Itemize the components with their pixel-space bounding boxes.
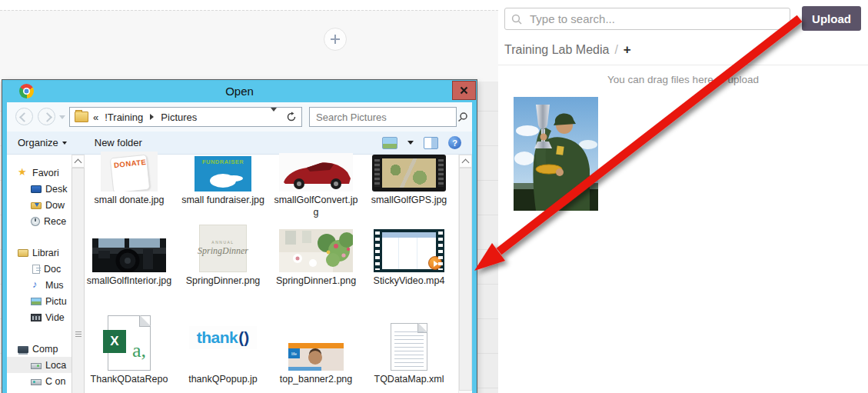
tree-label: Rece bbox=[44, 216, 66, 227]
donate-thumbnail: DONATE bbox=[101, 152, 158, 192]
file-grid-scrollbar[interactable] bbox=[458, 155, 472, 393]
file-name: small donate.jpg bbox=[86, 194, 172, 206]
fundraiser-thumbnail: FUNDRAISER bbox=[195, 156, 251, 192]
file-item-spring-dinner[interactable]: ANNUAL SpringDinner SpringDinner.png bbox=[180, 221, 266, 287]
organize-label: Organize bbox=[18, 137, 58, 148]
media-breadcrumb: Training Lab Media / + bbox=[504, 42, 631, 58]
breadcrumb-training[interactable]: !Training bbox=[105, 112, 143, 123]
spring-dinner-thumbnail: ANNUAL SpringDinner bbox=[199, 225, 247, 272]
breadcrumb-folder[interactable]: Training Lab Media bbox=[504, 43, 609, 57]
music-icon bbox=[31, 281, 42, 290]
tree-label: Loca bbox=[45, 360, 66, 371]
dialog-body: « !Training Pictures Organize bbox=[7, 102, 472, 393]
thumb-art-text: thank bbox=[197, 328, 238, 347]
documents-icon bbox=[32, 265, 40, 274]
scrollbar-thumb[interactable] bbox=[72, 168, 85, 393]
scroll-up-button[interactable] bbox=[459, 155, 472, 168]
media-search-box bbox=[504, 8, 790, 30]
tree-scrollbar[interactable] bbox=[72, 155, 85, 393]
file-item-thankq-popup[interactable]: thank () thankQPopup.jp bbox=[180, 305, 266, 385]
file-name: thankQPopup.jp bbox=[180, 373, 266, 385]
file-item-small-fundraiser[interactable]: FUNDRAISER small fundraiser.jpg bbox=[180, 152, 266, 206]
chevron-down-icon bbox=[62, 142, 67, 145]
forward-button[interactable] bbox=[38, 108, 55, 125]
videos-icon bbox=[31, 314, 42, 321]
tree-label: Desk bbox=[45, 184, 67, 195]
preview-pane-icon[interactable] bbox=[424, 137, 438, 149]
close-button[interactable] bbox=[452, 81, 476, 100]
close-icon bbox=[460, 86, 468, 95]
thumb-art-text: () bbox=[238, 328, 249, 347]
thumb-art-text: DONATE bbox=[114, 158, 147, 169]
file-item-golf-convertible[interactable]: smallGolfConvert.jpg bbox=[273, 152, 359, 219]
file-name: TQDataMap.xml bbox=[366, 373, 452, 385]
file-item-tq-data-map[interactable]: TQDataMap.xml bbox=[366, 305, 452, 385]
dialog-search-input[interactable] bbox=[310, 112, 457, 123]
pictures-icon bbox=[31, 298, 42, 305]
thumb-art-text: ANNUAL bbox=[211, 240, 234, 245]
scroll-up-button[interactable] bbox=[72, 155, 85, 168]
thumb-art-text: life bbox=[288, 348, 300, 358]
new-folder-button[interactable]: New folder bbox=[95, 137, 142, 148]
chevron-up-icon bbox=[75, 158, 82, 166]
recent-places-icon bbox=[31, 217, 40, 226]
tree-label: Favori bbox=[32, 168, 59, 178]
breadcrumb-arrow-icon bbox=[150, 114, 154, 120]
computer-icon bbox=[18, 346, 28, 353]
thumb-art-text: FUNDRAISER bbox=[195, 158, 251, 165]
address-bar[interactable]: « !Training Pictures bbox=[69, 107, 302, 127]
page-background-top bbox=[0, 0, 498, 10]
tree-label: Comp bbox=[32, 344, 58, 355]
grip-icon bbox=[75, 331, 81, 337]
chevron-up-icon bbox=[462, 158, 470, 166]
refresh-icon[interactable] bbox=[286, 112, 297, 122]
media-search-input[interactable] bbox=[528, 12, 790, 26]
gps-thumbnail bbox=[372, 155, 446, 192]
dialog-title-bar[interactable]: Open bbox=[2, 80, 477, 102]
scrollbar-thumb[interactable] bbox=[459, 168, 472, 391]
video-thumbnail bbox=[374, 229, 444, 272]
organize-menu[interactable]: Organize bbox=[18, 137, 67, 148]
dialog-search-box bbox=[309, 107, 457, 127]
file-item-golf-gps[interactable]: smallGolfGPS.jpg bbox=[366, 152, 452, 206]
help-icon[interactable] bbox=[448, 136, 461, 149]
tree-label: Vide bbox=[45, 312, 65, 323]
file-item-golf-interior[interactable]: smallGolfInterior.jpg bbox=[86, 221, 172, 287]
file-item-spring-dinner1[interactable]: SpringDinner1.png bbox=[273, 221, 359, 287]
add-circle-button[interactable] bbox=[324, 28, 347, 51]
file-name: smallGolfInterior.jpg bbox=[86, 275, 172, 287]
file-name: SpringDinner.png bbox=[180, 275, 266, 287]
file-name: smallGolfGPS.jpg bbox=[366, 194, 452, 206]
file-item-sticky-video[interactable]: StickyVideo.mp4 bbox=[366, 221, 452, 287]
file-name: smallGolfConvert.jpg bbox=[273, 194, 359, 219]
address-dropdown-icon[interactable] bbox=[271, 112, 277, 123]
golfer-trophy-photo[interactable] bbox=[514, 97, 598, 211]
back-button[interactable] bbox=[15, 108, 33, 125]
xml-document-icon bbox=[391, 323, 427, 371]
breadcrumb-prefix[interactable]: « bbox=[93, 112, 98, 123]
file-item-small-donate[interactable]: DONATE small donate.jpg bbox=[86, 152, 172, 206]
breadcrumb-pictures[interactable]: Pictures bbox=[161, 112, 197, 123]
history-dropdown-icon[interactable] bbox=[59, 115, 65, 119]
media-library-panel: Upload Training Lab Media / + You can dr… bbox=[498, 0, 868, 393]
views-icon[interactable] bbox=[382, 137, 397, 149]
thankq-logo-thumbnail: thank () bbox=[189, 326, 257, 349]
add-folder-button[interactable]: + bbox=[624, 42, 631, 58]
file-grid: DONATE small donate.jpg FUNDRAISER small… bbox=[85, 155, 459, 393]
tree-label: Dow bbox=[45, 200, 65, 211]
upload-button[interactable]: Upload bbox=[802, 6, 861, 31]
file-name: StickyVideo.mp4 bbox=[366, 275, 452, 287]
open-file-dialog: Open « !Training Pictures bbox=[2, 80, 477, 393]
play-icon bbox=[428, 256, 442, 270]
upload-dropzone-background bbox=[0, 10, 498, 82]
search-icon bbox=[457, 112, 468, 122]
banner-thumbnail: life bbox=[288, 343, 344, 371]
file-item-top-banner[interactable]: life top_banner2.png bbox=[273, 305, 359, 385]
file-item-thankq-data-repo[interactable]: X a, ThankQDataRepo bbox=[86, 305, 172, 385]
new-folder-label: New folder bbox=[95, 137, 142, 148]
excel-file-icon: X a, bbox=[108, 315, 151, 371]
chrome-icon bbox=[19, 84, 34, 98]
tree-label: Pictu bbox=[45, 296, 67, 307]
car-interior-thumbnail bbox=[92, 238, 166, 272]
views-dropdown-icon[interactable] bbox=[407, 141, 414, 145]
